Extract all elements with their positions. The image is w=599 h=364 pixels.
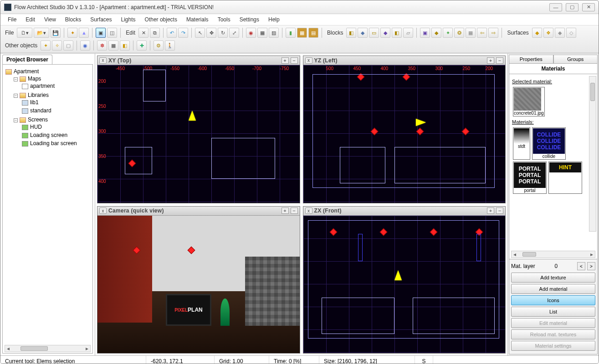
maximize-button[interactable]: ▢	[566, 3, 579, 11]
block-icon[interactable]: ◆	[358, 28, 368, 38]
material-item-portal[interactable]: PORTALPORTALPORTALportal	[513, 162, 547, 194]
block-icon[interactable]: ◆	[431, 28, 441, 38]
menu-lights[interactable]: Lights	[118, 15, 139, 24]
block-icon[interactable]: ⇦	[477, 28, 487, 38]
tool-icon[interactable]: ▦	[257, 28, 267, 38]
viewport-canvas[interactable]	[303, 216, 506, 354]
add-material-button[interactable]: Add material	[511, 284, 595, 294]
block-icon[interactable]: ◆	[380, 28, 390, 38]
edit-material-button[interactable]: Edit material	[511, 318, 595, 328]
material-item-stdt[interactable]: stdt	[513, 127, 530, 160]
other-icon[interactable]: ▦	[108, 40, 118, 51]
block-icon[interactable]: ⇨	[488, 28, 498, 38]
block-icon[interactable]: ▱	[403, 28, 413, 38]
other-icon[interactable]: ✚	[137, 40, 147, 51]
other-icon[interactable]: 🚶	[165, 40, 175, 51]
selected-material-thumb[interactable]: concrete01.jpg	[513, 87, 545, 116]
zoom-out-button[interactable]: −	[291, 207, 298, 214]
material-settings-button[interactable]: Material settings	[511, 341, 595, 351]
viewport-close-icon[interactable]: x	[99, 207, 107, 214]
tree-root[interactable]: Apartment −Maps apartment −Libraries lib…	[5, 67, 91, 149]
tree-screen-item[interactable]: Loading bar screen	[22, 139, 91, 147]
menu-help[interactable]: Help	[265, 15, 283, 24]
tool-icon[interactable]: ▮	[286, 28, 296, 38]
tree-screens[interactable]: −Screens HUD Loading screen Loading bar …	[14, 116, 91, 148]
tree-map-item[interactable]: apartment	[22, 82, 91, 90]
block-icon[interactable]: ▦	[466, 28, 476, 38]
close-button[interactable]: ✕	[582, 3, 595, 11]
surface-icon[interactable]: ◆	[532, 28, 542, 38]
other-icon[interactable]: ✧	[52, 40, 62, 51]
other-icon[interactable]: ◉	[80, 40, 90, 51]
menu-edit[interactable]: Edit	[22, 15, 39, 24]
viewport-canvas[interactable]: 500 450 400 350 300 250 200	[303, 65, 506, 203]
viewport-close-icon[interactable]: x	[305, 57, 312, 64]
zoom-in-button[interactable]: +	[487, 57, 494, 64]
tree-screen-item[interactable]: Loading screen	[22, 131, 91, 139]
redo-button[interactable]: ↷	[178, 28, 188, 38]
materials-h-scrollbar[interactable]: ◂▸	[511, 251, 595, 258]
block-icon[interactable]: ▭	[369, 28, 379, 38]
delete-button[interactable]: ✕	[138, 28, 148, 38]
move-tool[interactable]: ✥	[206, 28, 216, 38]
block-icon[interactable]: ▣	[420, 28, 430, 38]
zoom-in-button[interactable]: +	[282, 57, 289, 64]
viewport-close-icon[interactable]: x	[305, 207, 312, 214]
menu-other-objects[interactable]: Other objects	[141, 15, 181, 24]
zoom-out-button[interactable]: −	[496, 57, 503, 64]
tab-properties[interactable]: Properties	[509, 55, 553, 64]
zoom-in-button[interactable]: +	[487, 207, 494, 214]
tab-groups[interactable]: Groups	[553, 55, 598, 64]
menu-blocks[interactable]: Blocks	[61, 15, 85, 24]
block-icon[interactable]: ◧	[346, 28, 356, 38]
tool-icon[interactable]: ✦	[67, 28, 77, 38]
viewport-canvas[interactable]: PIXELPLAN	[97, 216, 300, 354]
reload-textures-button[interactable]: Reload mat. textures	[511, 329, 595, 339]
materials-scrollbar[interactable]	[589, 76, 596, 232]
add-texture-button[interactable]: Add texture	[511, 273, 595, 283]
viewport-canvas[interactable]: -450 -500 -550 -600 -650 -700 -750 200 2…	[97, 65, 300, 203]
save-button[interactable]: 💾	[51, 28, 61, 38]
surface-icon[interactable]: ◇	[566, 28, 576, 38]
other-icon[interactable]: ▢	[63, 40, 73, 51]
select-elems-button[interactable]: ▣	[96, 28, 106, 38]
project-browser-tab[interactable]: Project Browser	[2, 55, 52, 64]
tool-icon[interactable]: ▤	[308, 28, 318, 38]
zoom-out-button[interactable]: −	[496, 207, 503, 214]
viewport-close-icon[interactable]: x	[99, 57, 107, 64]
tree-horizontal-scrollbar[interactable]: ◂▸	[5, 345, 91, 352]
tool-icon[interactable]: ▨	[269, 28, 279, 38]
material-item-hint[interactable]: HINT	[548, 162, 582, 194]
zoom-in-button[interactable]: +	[282, 207, 289, 214]
other-icon[interactable]: ⚙	[154, 40, 164, 51]
rotate-tool[interactable]: ↻	[218, 28, 228, 38]
surface-icon[interactable]: ◆	[555, 28, 565, 38]
zoom-out-button[interactable]: −	[291, 57, 298, 64]
tree-library-item[interactable]: standard	[22, 106, 91, 115]
new-file-button[interactable]: 🗋▾	[17, 28, 32, 38]
tree-libraries[interactable]: −Libraries lib1 standard	[14, 91, 91, 116]
block-icon[interactable]: ✦	[443, 28, 453, 38]
pointer-tool[interactable]: ↖	[195, 28, 205, 38]
other-icon[interactable]: ✦	[41, 40, 51, 51]
menu-surfaces[interactable]: Surfaces	[87, 15, 115, 24]
menu-materials[interactable]: Materials	[183, 15, 212, 24]
tool-icon[interactable]: ▦	[297, 28, 307, 38]
other-icon[interactable]: ◧	[120, 40, 130, 51]
tree-library-item[interactable]: lib1	[22, 98, 91, 106]
block-icon[interactable]: ◧	[392, 28, 402, 38]
surface-icon[interactable]: ❖	[543, 28, 553, 38]
select-faces-button[interactable]: ◫	[107, 28, 117, 38]
scale-tool[interactable]: ⤢	[229, 28, 239, 38]
mat-layer-next-button[interactable]: >	[587, 262, 595, 270]
other-icon[interactable]: ✽	[97, 40, 107, 51]
mat-layer-prev-button[interactable]: <	[577, 262, 585, 270]
menu-settings[interactable]: Settings	[236, 15, 263, 24]
tree-maps[interactable]: −Maps apartment	[14, 75, 91, 91]
tool-icon[interactable]: ◉	[246, 28, 256, 38]
icons-view-button[interactable]: Icons	[511, 295, 595, 305]
block-icon[interactable]: ❂	[454, 28, 464, 38]
tool-icon[interactable]: ▲	[79, 28, 89, 38]
open-file-button[interactable]: 📂▾	[34, 28, 49, 38]
list-view-button[interactable]: List	[511, 307, 595, 317]
